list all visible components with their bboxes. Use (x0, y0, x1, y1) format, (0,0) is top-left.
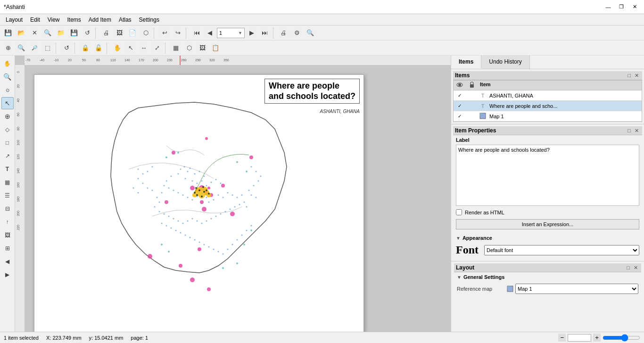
zoom-full-button[interactable]: ⊕ (2, 42, 14, 54)
reference-map-value-wrap: Map 1 (507, 284, 638, 294)
item-row-map[interactable]: ✓ Map 1 (454, 111, 642, 122)
lock-all-button[interactable]: 🔒 (79, 42, 91, 54)
item-visibility-2[interactable]: ✓ (454, 103, 466, 108)
resize-item-button[interactable]: ⤢ (151, 42, 163, 54)
export-pdf-button[interactable]: 📄 (126, 27, 139, 39)
item-row-ashanti[interactable]: ✓ T ASHANTI, GHANA (454, 90, 642, 101)
page-input[interactable] (219, 30, 238, 36)
zoom-actual-button[interactable]: ⊙ (1, 84, 14, 96)
atlas-prev-button[interactable]: ◀ (204, 27, 216, 39)
map-title-box[interactable]: Where are people and schools located? (264, 79, 360, 104)
export-svg-button[interactable]: ⬡ (140, 27, 152, 39)
add-3d-button[interactable]: ⬡ (183, 42, 195, 54)
atlas-find-button[interactable]: 🔍 (304, 27, 316, 39)
atlas-next-button[interactable]: ▶ (246, 27, 258, 39)
add-table-button[interactable]: ⊞ (1, 242, 14, 254)
print-button[interactable]: 🖨 (100, 27, 112, 39)
add-picture-button[interactable]: 🖼 (1, 229, 14, 241)
menu-layout[interactable]: Layout (2, 16, 26, 24)
canvas-area[interactable]: -70 -40 -10 20 50 80 110 140 170 200 230… (15, 56, 451, 332)
add-text-button[interactable]: T (1, 163, 14, 175)
item-visibility-1[interactable]: ✓ (454, 93, 466, 98)
menu-view[interactable]: View (44, 16, 64, 24)
atlas-first-button[interactable]: ⏮ (190, 27, 203, 39)
save-button[interactable]: 💾 (2, 27, 14, 39)
open-folder-button[interactable]: 📁 (55, 27, 67, 39)
svg-text:60: 60 (17, 113, 20, 116)
close-button[interactable]: ✕ (28, 27, 41, 39)
redo-button[interactable]: ↪ (172, 27, 184, 39)
insert-expression-button[interactable]: Insert an Expression... (456, 219, 639, 229)
zoom-map-button[interactable]: 🔍 (1, 71, 14, 83)
label-textarea[interactable]: Where are people and schools located? (456, 145, 639, 206)
add-arrow-button[interactable]: ↗ (1, 150, 14, 162)
select-layout-button[interactable]: ↖ (1, 97, 14, 109)
item-visibility-3[interactable]: ✓ (454, 114, 466, 119)
svg-point-93 (142, 173, 144, 175)
unlock-all-button[interactable]: 🔓 (92, 42, 105, 54)
maximize-button[interactable]: ❐ (616, 2, 627, 12)
atlas-last-button[interactable]: ⏭ (259, 27, 271, 39)
refresh-button[interactable]: ↺ (60, 42, 73, 54)
move-item-button[interactable]: ↔ (138, 42, 150, 54)
menu-items[interactable]: Items (64, 16, 85, 24)
undo-button[interactable]: ↩ (158, 27, 171, 39)
svg-point-138 (230, 212, 235, 216)
atlas-feature-next-button[interactable]: ▶ (1, 269, 14, 281)
svg-point-81 (201, 223, 203, 224)
reference-map-select[interactable]: Map 1 (515, 284, 638, 294)
minimize-button[interactable]: — (603, 2, 614, 12)
svg-text:40: 40 (17, 98, 20, 102)
zoom-in-status-button[interactable]: + (593, 334, 601, 342)
layout-restore[interactable]: □ (625, 265, 631, 271)
add-dynamic-button[interactable]: 📋 (209, 42, 222, 54)
items-panel-restore[interactable]: □ (626, 73, 632, 79)
add-map-button[interactable]: ▦ (170, 42, 182, 54)
add-map-layout-button[interactable]: ▦ (1, 176, 14, 188)
zoom-out-status-button[interactable]: − (558, 334, 566, 342)
add-scalebar-button[interactable]: ⊟ (1, 203, 14, 215)
atlas-print-button[interactable]: 🖨 (278, 27, 290, 39)
move-content-button[interactable]: ⊕ (1, 110, 14, 122)
item-props-restore[interactable]: □ (626, 128, 632, 134)
pan-view-button[interactable]: ✋ (111, 42, 124, 54)
menu-add-item[interactable]: Add Item (85, 16, 115, 24)
menu-settings[interactable]: Settings (135, 16, 163, 24)
open-button[interactable]: 📂 (15, 27, 27, 39)
item-row-title[interactable]: ✓ T Where are people and scho... (454, 101, 642, 111)
svg-point-49 (166, 180, 167, 182)
svg-point-61 (213, 199, 215, 201)
zoom-input[interactable]: 61.4% (568, 334, 591, 342)
menu-edit[interactable]: Edit (26, 16, 44, 24)
atlas-settings-button[interactable]: ⚙ (291, 27, 303, 39)
zoom-out-button[interactable]: 🔎 (28, 42, 41, 54)
appearance-header[interactable]: ▼ Appearance (456, 233, 639, 243)
zoom-in-button[interactable]: 🔍 (15, 42, 27, 54)
edit-nodes-button[interactable]: ◇ (1, 123, 14, 136)
add-shape-button[interactable]: □ (1, 137, 14, 149)
tab-undo-history[interactable]: Undo History (481, 56, 529, 69)
general-settings-header[interactable]: ▼ General Settings (454, 272, 641, 282)
zoom-select-button[interactable]: ⬚ (41, 42, 54, 54)
save-as-button[interactable]: 💾 (68, 27, 80, 39)
font-row: Font Default font (456, 243, 639, 257)
revert-button[interactable]: ↺ (81, 27, 93, 39)
item-label-2: Where are people and scho... (487, 103, 642, 109)
render-html-checkbox[interactable] (456, 209, 462, 215)
svg-point-119 (208, 246, 210, 248)
properties-button[interactable]: 🔍 (41, 27, 54, 39)
add-image-button2[interactable]: 🖼 (196, 42, 208, 54)
add-north-arrow-button[interactable]: ↑ (1, 216, 14, 228)
select-items-button[interactable]: ↖ (124, 42, 137, 54)
ruler-horizontal: -70 -40 -10 20 50 80 110 140 170 200 230… (25, 56, 451, 65)
atlas-feature-prev-button[interactable]: ◀ (1, 255, 14, 268)
tab-items[interactable]: Items (451, 56, 481, 69)
pan-map-button[interactable]: ✋ (1, 57, 14, 70)
export-image-button[interactable]: 🖼 (113, 27, 125, 39)
add-legend-button[interactable]: ☰ (1, 189, 14, 202)
svg-point-114 (232, 244, 233, 245)
page-dropdown-icon[interactable]: ▼ (238, 31, 242, 35)
menu-atlas[interactable]: Atlas (115, 16, 135, 24)
font-selector[interactable]: Default font (484, 245, 639, 255)
page-canvas[interactable]: Where are people and schools located? AS… (34, 74, 364, 332)
